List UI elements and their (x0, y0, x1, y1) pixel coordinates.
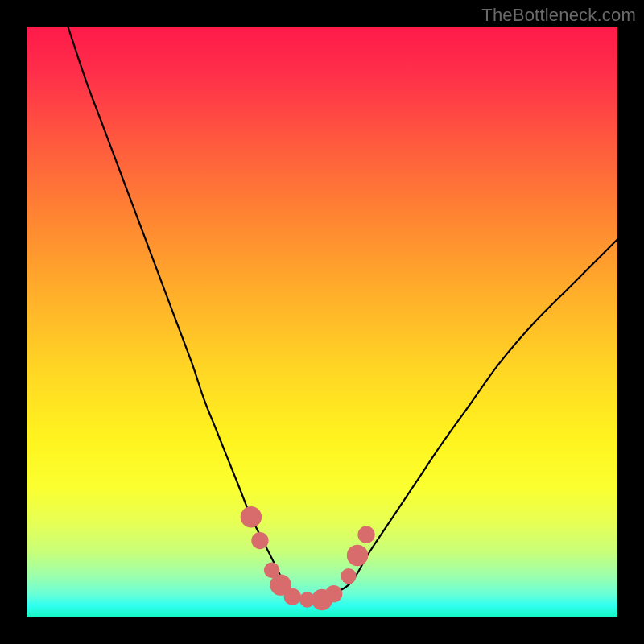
curve-marker (325, 585, 342, 602)
plot-area (27, 27, 617, 617)
chart-frame: TheBottleneck.com (0, 0, 644, 644)
curve-marker (284, 588, 301, 605)
curve-marker (241, 506, 262, 527)
bottleneck-curve-svg (27, 27, 617, 617)
curve-marker (251, 532, 268, 549)
watermark-text: TheBottleneck.com (481, 5, 636, 26)
curve-marker (347, 545, 368, 566)
curve-markers (241, 506, 375, 610)
curve-marker (357, 526, 374, 543)
curve-marker (341, 568, 356, 584)
bottleneck-curve (68, 27, 617, 601)
